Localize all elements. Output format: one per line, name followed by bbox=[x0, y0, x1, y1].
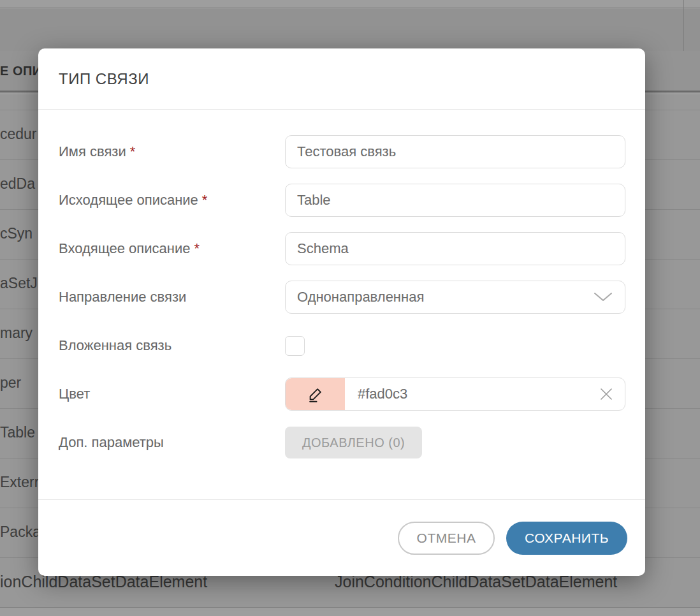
color-field bbox=[285, 378, 625, 411]
required-marker: * bbox=[202, 192, 208, 208]
form-row-extra-params: Доп. параметры ДОБАВЛЕНО (0) bbox=[59, 426, 625, 459]
incoming-label-text: Входящее описание bbox=[59, 240, 190, 256]
color-swatch-button[interactable] bbox=[286, 378, 345, 410]
color-label: Цвет bbox=[59, 386, 285, 402]
name-label: Имя связи* bbox=[59, 143, 285, 160]
form-row-outgoing: Исходящее описание* bbox=[59, 184, 625, 217]
modal-dialog: ТИП СВЯЗИ Имя связи* Исходящее описание*… bbox=[38, 48, 645, 576]
modal-header: ТИП СВЯЗИ bbox=[38, 48, 645, 110]
required-marker: * bbox=[130, 143, 136, 159]
incoming-description-input[interactable] bbox=[285, 232, 625, 265]
nested-label-text: Вложенная связь bbox=[59, 337, 171, 353]
color-label-text: Цвет bbox=[59, 386, 90, 402]
extra-params-label-text: Доп. параметры bbox=[59, 434, 164, 450]
nested-connection-checkbox[interactable] bbox=[285, 336, 305, 356]
modal-body: Имя связи* Исходящее описание* Входящее … bbox=[38, 110, 645, 499]
required-marker: * bbox=[194, 240, 200, 256]
direction-selected-value: Однонаправленная bbox=[297, 289, 424, 305]
form-row-color: Цвет bbox=[59, 378, 625, 411]
modal-title: ТИП СВЯЗИ bbox=[59, 70, 149, 88]
modal-footer: ОТМЕНА СОХРАНИТЬ bbox=[38, 499, 645, 576]
outgoing-label: Исходящее описание* bbox=[59, 192, 285, 209]
nested-label: Вложенная связь bbox=[59, 337, 285, 354]
form-row-incoming: Входящее описание* bbox=[59, 232, 625, 265]
outgoing-label-text: Исходящее описание bbox=[59, 192, 198, 208]
close-icon[interactable] bbox=[598, 386, 615, 402]
direction-select[interactable]: Однонаправленная bbox=[285, 281, 625, 314]
name-input[interactable] bbox=[285, 135, 625, 168]
color-value-input[interactable] bbox=[345, 378, 598, 410]
direction-label-text: Направление связи bbox=[59, 289, 186, 305]
extra-params-label: Доп. параметры bbox=[59, 434, 285, 451]
added-params-button[interactable]: ДОБАВЛЕНО (0) bbox=[285, 427, 422, 458]
cancel-button[interactable]: ОТМЕНА bbox=[398, 522, 495, 555]
outgoing-description-input[interactable] bbox=[285, 184, 625, 217]
pencil-icon bbox=[307, 386, 324, 403]
direction-label: Направление связи bbox=[59, 289, 285, 305]
save-button[interactable]: СОХРАНИТЬ bbox=[506, 522, 627, 555]
chevron-down-icon bbox=[594, 293, 612, 302]
name-label-text: Имя связи bbox=[59, 143, 126, 159]
form-row-direction: Направление связи Однонаправленная bbox=[59, 281, 625, 314]
incoming-label: Входящее описание* bbox=[59, 240, 285, 257]
form-row-name: Имя связи* bbox=[59, 135, 625, 168]
form-row-nested: Вложенная связь bbox=[59, 329, 625, 362]
